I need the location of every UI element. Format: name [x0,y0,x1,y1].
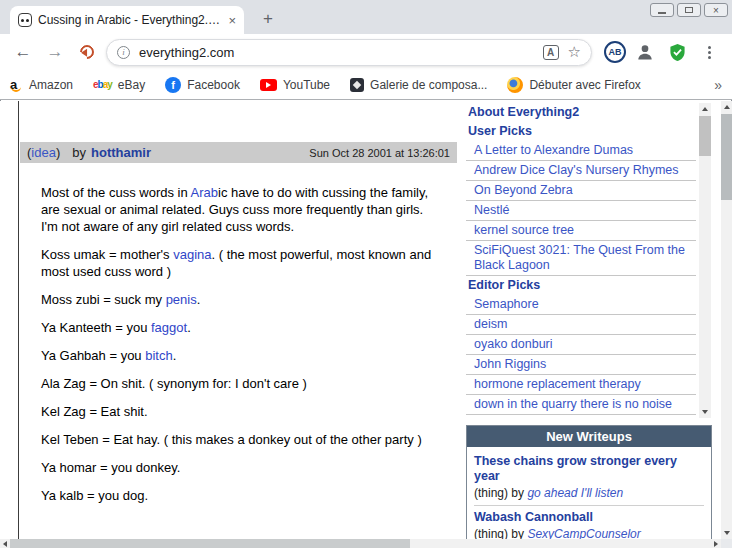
sidebar-list-item: hormone replacement therapy [466,375,696,395]
text-run: . [187,320,191,335]
bookmark-facebook[interactable]: f Facebook [165,77,240,93]
scroll-right-arrow-icon[interactable] [711,539,721,548]
writeup-author-link[interactable]: SexyCampCounselor [527,527,640,539]
browser-tab[interactable]: Cussing in Arabic - Everything2.com × [10,6,244,34]
sidebar-item-link[interactable]: down in the quarry there is no noise [474,397,672,411]
writeup-type-link[interactable]: idea [31,145,56,160]
page-horizontal-scrollbar[interactable] [0,539,721,548]
close-button[interactable]: × [704,3,728,17]
inline-link[interactable]: penis [166,292,197,307]
bookmark-label: Débuter avec Firefox [529,78,640,92]
sidebar-item-link[interactable]: oyako donburi [474,337,553,351]
menu-button[interactable] [696,39,722,65]
site-favicon-icon [18,13,32,27]
sidebar-item-link[interactable]: hormone replacement therapy [474,377,641,391]
new-writeup-item: Wabash Cannonball(thing) by SexyCampCoun… [474,506,704,539]
writeup-type: (thing) [474,486,508,500]
bookmark-youtube[interactable]: YouTube [260,78,330,92]
back-button[interactable]: ← [10,39,36,65]
text-run: Ya kalb = you dog. [41,488,148,503]
text-run: Koss umak = mother's [41,247,173,262]
sidebar-section-header: Editor Picks [466,276,696,295]
sidebar-list-item: down in the quarry there is no noise [466,395,696,415]
writeup-title-link[interactable]: Wabash Cannonball [474,510,704,525]
writeup-by-label: by [511,527,524,539]
inline-link[interactable]: vagina [173,247,211,262]
sidebar-item-link[interactable]: kernel source tree [474,223,574,237]
sidebar-scrollbar[interactable] [699,103,711,418]
security-extension-button[interactable] [664,39,690,65]
writeup-paragraph: Ya kalb = you dog. [41,487,441,504]
site-info-icon[interactable]: i [117,46,130,59]
sidebar-item-link[interactable]: On Beyond Zebra [474,183,573,197]
text-run: Ala Zag = On shit. ( synonym for: I don'… [41,376,307,391]
writeup-meta: (thing) by go ahead I'll listen [474,486,704,500]
page-scroll-thumb[interactable] [721,114,732,200]
sidebar-list-item: Andrew Dice Clay's Nursery Rhymes [466,161,696,181]
window-controls: × [650,3,728,17]
sidebar-list-item: deism [466,315,696,335]
scroll-down-arrow-icon[interactable] [699,406,711,418]
text-run: Kel Zag = Eat shit. [41,404,148,419]
writeup-header-bar: (idea) by hotthamir Sun Oct 28 2001 at 1… [20,142,457,163]
sidebar-item-link[interactable]: A Letter to Alexandre Dumas [474,143,633,157]
bookmark-gallery[interactable]: Galerie de composa... [350,78,487,92]
writeup-meta: (thing) by SexyCampCounselor [474,527,704,539]
address-bar[interactable]: i everything2.com A ☆ [106,39,592,66]
maximize-button[interactable] [677,3,701,17]
page-vertical-scrollbar[interactable] [721,101,732,539]
sidebar-scroll-thumb[interactable] [699,116,711,156]
minimize-button[interactable] [650,3,674,17]
writeup-paragraph: Most of the cuss words in Arabic have to… [41,184,441,235]
writeup-author-link[interactable]: hotthamir [91,145,151,160]
translate-icon[interactable]: A [543,45,559,60]
scroll-up-arrow-icon[interactable] [699,103,711,115]
sidebar-item-link[interactable]: Nestlé [474,203,509,217]
sidebar-item-link[interactable]: Andrew Dice Clay's Nursery Rhymes [474,163,679,177]
ebay-icon: ebay [93,79,112,90]
sidebar-list-item: A Letter to Alexandre Dumas [466,141,696,161]
reload-button[interactable] [74,39,100,65]
bookmark-ebay[interactable]: ebay eBay [93,78,145,92]
facebook-icon: f [165,77,181,93]
scroll-down-arrow-icon[interactable] [721,527,732,539]
bookmark-firefox[interactable]: Débuter avec Firefox [507,77,640,93]
writeup-date: Sun Oct 28 2001 at 13:26:01 [309,147,450,159]
writeup-column: (idea) by hotthamir Sun Oct 28 2001 at 1… [18,101,457,539]
writeup-by-label: by [511,486,524,500]
avatar-badge[interactable]: AB [604,41,626,63]
writeup-title-link[interactable]: These chains grow stronger every year [474,454,704,484]
inline-link[interactable]: faggot [151,320,187,335]
scroll-left-arrow-icon[interactable] [0,539,10,548]
sidebar-item-link[interactable]: SciFiQuest 3021: The Quest From the Blac… [474,243,685,272]
tab-close-icon[interactable]: × [228,13,236,28]
forward-button[interactable]: → [42,39,68,65]
new-tab-button[interactable]: + [256,8,280,30]
writeup-type: (thing) [474,527,508,539]
minimize-icon [658,12,666,14]
tab-title: Cussing in Arabic - Everything2.com [38,13,222,27]
writeup-author-link[interactable]: go ahead I'll listen [527,486,623,500]
writeup-body: Most of the cuss words in Arabic have to… [20,163,457,515]
youtube-icon [260,79,277,91]
url-text[interactable]: everything2.com [139,45,534,60]
new-writeups-items: These chains grow stronger every year(th… [467,447,711,539]
bookmarks-overflow-chevron-icon[interactable]: » [714,77,722,93]
text-run: Ya homar = you donkey. [41,460,180,475]
tab-bar: Cussing in Arabic - Everything2.com × + … [0,0,732,34]
profile-button[interactable] [632,39,658,65]
inline-link[interactable]: bitch [145,348,172,363]
scroll-up-arrow-icon[interactable] [721,101,732,113]
writeup-paragraph: Ya Kanteeth = you faggot. [41,319,441,336]
sidebar-item-link[interactable]: Semaphore [474,297,539,311]
new-writeup-item: These chains grow stronger every year(th… [474,450,704,506]
horizontal-scroll-thumb[interactable] [10,539,410,548]
bookmark-star-icon[interactable]: ☆ [568,43,581,61]
inline-link[interactable]: Arab [191,185,218,200]
bookmark-amazon[interactable]: a Amazon [10,77,73,92]
sidebar-list-item: On Beyond Zebra [466,181,696,201]
sidebar-link-about[interactable]: About Everything2 [466,103,696,122]
maximize-icon [685,7,693,13]
sidebar-item-link[interactable]: John Riggins [474,357,546,371]
sidebar-item-link[interactable]: deism [474,317,507,331]
